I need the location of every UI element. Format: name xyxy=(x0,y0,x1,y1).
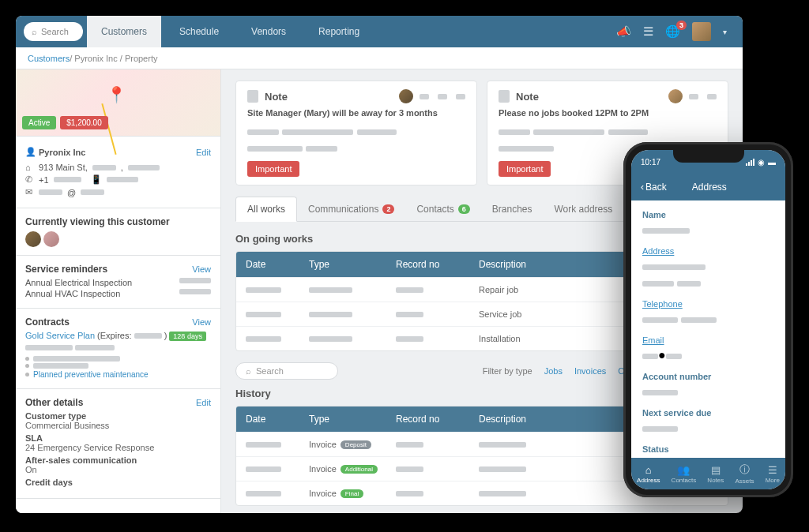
ppm-link[interactable]: Planned preventive maintenance xyxy=(33,370,149,379)
column-header[interactable]: Date xyxy=(236,406,299,432)
important-tag[interactable]: Important xyxy=(499,161,551,177)
sidebar: 📍 Active $1,200.00 👤Pyronix Inc Edit ⌂91… xyxy=(16,69,221,513)
edit-customer-link[interactable]: Edit xyxy=(196,148,211,157)
nav-tab-customers[interactable]: Customers xyxy=(87,16,161,47)
tab-work-address[interactable]: Work address xyxy=(543,197,623,221)
field-label: Next service due xyxy=(642,408,774,418)
phone-nav-more[interactable]: ☰More xyxy=(766,464,780,484)
note-icon xyxy=(247,90,258,103)
globe-icon[interactable]: 🌐3 xyxy=(665,24,680,39)
viewing-title: Currently viewing this customer xyxy=(25,216,211,227)
breadcrumb-root[interactable]: Customers xyxy=(28,54,70,63)
note-title: Note xyxy=(265,91,288,103)
list-icon[interactable]: ☰ xyxy=(643,24,653,39)
note-author-avatar xyxy=(399,89,413,103)
note-body: Site Manager (Mary) will be away for 3 m… xyxy=(247,108,465,118)
count-badge: 6 xyxy=(458,204,470,214)
view-contracts-link[interactable]: View xyxy=(192,317,211,327)
customer-phone: +1 xyxy=(39,175,49,185)
viewing-section: Currently viewing this customer xyxy=(16,208,220,256)
filter-invoices[interactable]: Invoices xyxy=(574,366,606,376)
column-header[interactable]: Record no xyxy=(386,252,469,277)
row-description: Service job xyxy=(469,302,633,326)
column-header[interactable]: Description xyxy=(469,406,633,432)
field-link-label[interactable]: Telephone xyxy=(642,299,774,309)
phone-body: Name Address Telephone Email● Account nu… xyxy=(631,200,785,458)
search-icon: ⌕ xyxy=(246,366,251,376)
menu-icon: ☰ xyxy=(768,464,777,476)
row-description: Installation xyxy=(469,327,633,350)
status-badge: Active xyxy=(22,116,56,129)
contracts-section: Contracts View Gold Service Plan (Expire… xyxy=(16,309,220,389)
phone-icon: ✆ xyxy=(25,174,34,185)
phone-time: 10:17 xyxy=(641,158,660,167)
user-avatar[interactable] xyxy=(692,22,711,41)
battery-icon: ▬ xyxy=(768,158,776,167)
column-header[interactable]: Type xyxy=(299,406,386,432)
column-header[interactable]: Type xyxy=(299,252,386,277)
global-search-input[interactable]: ⌕ Search xyxy=(24,22,83,41)
phone-mockup: 10:17 ◉ ▬ ‹Back Address Name Address Tel… xyxy=(623,142,793,497)
important-tag[interactable]: Important xyxy=(247,161,299,177)
field-label: Status xyxy=(642,444,774,454)
row-type: Invoice xyxy=(309,464,337,474)
contract-plan-link[interactable]: Gold Service Plan xyxy=(25,331,95,340)
days-remaining-badge: 128 days xyxy=(169,332,206,341)
search-placeholder: Search xyxy=(41,27,69,36)
customer-map[interactable]: 📍 Active $1,200.00 xyxy=(16,69,220,137)
tab-contacts[interactable]: Contacts6 xyxy=(405,197,480,221)
detail-value: On xyxy=(25,465,211,474)
phone-nav-notes[interactable]: ▤Notes xyxy=(707,464,724,484)
phone-nav-assets[interactable]: ⓘAssets xyxy=(735,463,754,485)
nav-tab-vendors[interactable]: Vendors xyxy=(237,16,300,47)
detail-label: After-sales communication xyxy=(25,455,211,465)
viewer-avatar xyxy=(25,231,41,247)
customer-address: 913 Main St, xyxy=(39,163,88,172)
field-link-label[interactable]: Address xyxy=(642,246,774,256)
note-icon xyxy=(499,90,510,103)
tab-communications[interactable]: Communications2 xyxy=(297,197,405,221)
phone-page-title: Address xyxy=(643,182,776,193)
phone-nav-address[interactable]: ⌂Address xyxy=(637,464,660,484)
invoice-pill: Additional xyxy=(341,465,378,474)
nav-tab-schedule[interactable]: Schedule xyxy=(165,16,233,47)
nav-tab-reporting[interactable]: Reporting xyxy=(304,16,374,47)
info-icon: ⓘ xyxy=(739,463,750,477)
tab-all-works[interactable]: All works xyxy=(235,197,297,222)
megaphone-icon[interactable]: 📣 xyxy=(616,24,631,39)
wifi-icon: ◉ xyxy=(758,158,765,167)
detail-value: 24 Emergency Service Response xyxy=(25,443,211,452)
history-search-input[interactable]: ⌕Search xyxy=(235,362,338,380)
top-navbar: ⌕ Search Customers Schedule Vendors Repo… xyxy=(16,16,743,47)
tab-branches[interactable]: Branches xyxy=(481,197,544,221)
viewer-avatar xyxy=(43,231,59,247)
phone-nav-contacts[interactable]: 👥Contacts xyxy=(672,464,697,484)
invoice-pill: Final xyxy=(341,489,363,498)
column-header[interactable]: Date xyxy=(236,252,299,277)
reminders-section: Service reminders View Annual Electrical… xyxy=(16,256,220,309)
other-title: Other details xyxy=(25,397,83,408)
column-header[interactable]: Description xyxy=(469,252,633,277)
detail-label: SLA xyxy=(25,433,211,443)
view-reminders-link[interactable]: View xyxy=(192,264,211,274)
edit-other-link[interactable]: Edit xyxy=(196,398,211,407)
detail-value: Commercial Business xyxy=(25,421,211,430)
detail-label: Credit days xyxy=(25,478,211,487)
field-link-label[interactable]: Email xyxy=(642,335,774,345)
field-label: Account number xyxy=(642,372,774,381)
breadcrumb: Customers / Pyronix Inc / Property xyxy=(16,47,743,69)
detail-label: Customer type xyxy=(25,411,211,421)
map-pin-icon: 📍 xyxy=(107,85,126,104)
breadcrumb-path: / Pyronix Inc / Property xyxy=(70,54,157,63)
phone-header: ‹Back Address xyxy=(631,174,785,200)
filter-jobs[interactable]: Jobs xyxy=(544,366,563,376)
amount-badge: $1,200.00 xyxy=(60,116,108,129)
note-title: Note xyxy=(516,91,539,103)
person-icon: 👤 xyxy=(25,147,34,157)
column-header[interactable]: Record no xyxy=(386,406,469,432)
contract-expires: (Expires: xyxy=(97,331,131,340)
search-icon: ⌕ xyxy=(32,27,37,36)
chevron-down-icon[interactable]: ▾ xyxy=(723,28,727,36)
phone-bottom-nav: ⌂Address 👥Contacts ▤Notes ⓘAssets ☰More xyxy=(631,458,785,489)
reminder-item: Annual Electrical Inspection xyxy=(25,278,132,287)
